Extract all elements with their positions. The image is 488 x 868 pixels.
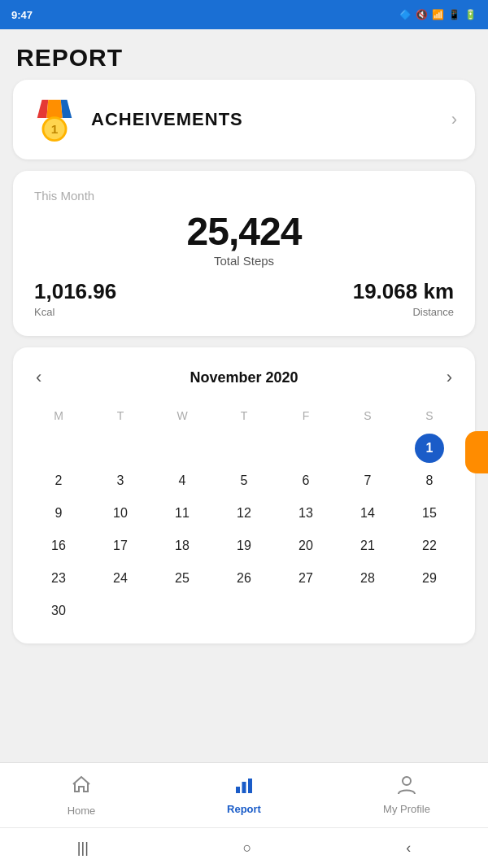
achievements-card[interactable]: 1 ACHEIVEMENTS › (13, 80, 475, 159)
svg-rect-6 (236, 787, 240, 793)
calendar-day[interactable]: 12 (229, 499, 259, 528)
medal-icon: 1 (31, 96, 78, 143)
calendar-day-header: M (28, 406, 89, 430)
signal-icon: 📱 (448, 9, 460, 20)
calendar-day[interactable]: 1 (415, 434, 444, 463)
total-steps-number: 25,424 (34, 209, 454, 254)
calendar-day[interactable]: 8 (415, 466, 444, 495)
calendar-day-header: T (89, 406, 151, 430)
calendar-day[interactable]: 11 (168, 499, 197, 528)
calendar-card: ‹ November 2020 › MTWTFSS123456789101112… (13, 347, 475, 643)
system-nav-home[interactable]: ○ (243, 840, 252, 857)
system-nav-menu[interactable]: ||| (77, 840, 89, 857)
achievements-chevron: › (451, 109, 457, 130)
kcal-item: 1,016.96 Kcal (34, 279, 116, 318)
distance-item: 19.068 km Distance (353, 279, 454, 318)
stats-period: This Month (34, 189, 454, 203)
calendar-grid: MTWTFSS123456789101112131415161718192021… (28, 406, 460, 626)
bottom-nav: Home Report My Profile (0, 762, 488, 827)
myprofile-icon (395, 774, 418, 800)
calendar-day[interactable]: 30 (44, 596, 73, 626)
achievements-label: ACHEIVEMENTS (91, 109, 438, 130)
calendar-day[interactable]: 3 (106, 466, 135, 495)
calendar-prev-button[interactable]: ‹ (28, 364, 50, 391)
report-icon (233, 774, 255, 800)
fab-button[interactable] (465, 431, 488, 473)
system-nav: ||| ○ ‹ (0, 827, 488, 868)
nav-home[interactable]: Home (0, 773, 163, 817)
nav-home-label: Home (68, 805, 96, 817)
system-nav-back[interactable]: ‹ (406, 840, 411, 857)
calendar-day[interactable]: 7 (353, 466, 382, 495)
stats-card: This Month 25,424 Total Steps 1,016.96 K… (13, 171, 475, 336)
wifi-icon: 📶 (432, 9, 444, 20)
svg-marker-1 (61, 100, 72, 118)
distance-value: 19.068 km (353, 279, 454, 304)
calendar-day[interactable]: 22 (415, 531, 444, 560)
stats-row: 1,016.96 Kcal 19.068 km Distance (34, 279, 454, 318)
calendar-day-header: W (151, 406, 213, 430)
distance-label: Distance (353, 306, 454, 318)
calendar-day[interactable]: 18 (168, 531, 197, 560)
status-time: 9:47 (11, 9, 33, 21)
calendar-day-header: T (213, 406, 275, 430)
calendar-day[interactable]: 2 (44, 466, 73, 495)
page-title: REPORT (16, 44, 472, 72)
calendar-day-header: F (275, 406, 337, 430)
page-header: REPORT (0, 29, 488, 80)
main-content: 1 ACHEIVEMENTS › This Month 25,424 Total… (0, 80, 488, 762)
calendar-day[interactable]: 9 (44, 499, 73, 528)
calendar-day[interactable]: 17 (106, 531, 135, 560)
calendar-day[interactable]: 26 (229, 564, 259, 593)
nav-report-label: Report (227, 803, 261, 815)
svg-rect-8 (248, 779, 252, 793)
calendar-header: ‹ November 2020 › (28, 364, 460, 391)
status-icons: 🔷 🔇 📶 📱 🔋 (399, 9, 477, 20)
svg-text:1: 1 (51, 122, 59, 136)
calendar-next-button[interactable]: › (438, 364, 460, 391)
calendar-day[interactable]: 5 (229, 466, 259, 495)
nav-myprofile[interactable]: My Profile (325, 774, 488, 815)
calendar-day[interactable]: 29 (415, 564, 444, 593)
total-steps-label: Total Steps (34, 254, 454, 268)
calendar-day-header: S (399, 406, 460, 430)
mute-icon: 🔇 (416, 9, 428, 20)
calendar-day[interactable]: 13 (291, 499, 320, 528)
calendar-day[interactable]: 24 (106, 564, 135, 593)
kcal-label: Kcal (34, 306, 116, 318)
calendar-day[interactable]: 15 (415, 499, 444, 528)
calendar-day[interactable]: 14 (353, 499, 382, 528)
calendar-day[interactable]: 20 (291, 531, 320, 560)
svg-rect-7 (242, 782, 246, 793)
status-bar: 9:47 🔷 🔇 📶 📱 🔋 (0, 0, 488, 29)
nav-myprofile-label: My Profile (383, 803, 430, 815)
calendar-day[interactable]: 10 (106, 499, 135, 528)
calendar-day[interactable]: 28 (353, 564, 382, 593)
svg-point-9 (403, 777, 411, 785)
battery-icon: 🔋 (464, 9, 477, 20)
calendar-month-year: November 2020 (190, 369, 298, 386)
stats-steps-container: 25,424 Total Steps (34, 209, 454, 268)
bluetooth-icon: 🔷 (399, 9, 412, 20)
calendar-day-header: S (337, 406, 399, 430)
svg-marker-2 (46, 100, 62, 118)
svg-marker-0 (37, 100, 49, 118)
calendar-day[interactable]: 6 (291, 466, 320, 495)
nav-report[interactable]: Report (163, 774, 325, 815)
calendar-day[interactable]: 4 (168, 466, 197, 495)
calendar-day[interactable]: 23 (44, 564, 73, 593)
calendar-day[interactable]: 16 (44, 531, 73, 560)
calendar-day[interactable]: 27 (291, 564, 320, 593)
kcal-value: 1,016.96 (34, 279, 116, 304)
calendar-day[interactable]: 19 (229, 531, 259, 560)
home-icon (70, 773, 93, 801)
calendar-day[interactable]: 21 (353, 531, 382, 560)
calendar-day[interactable]: 25 (168, 564, 197, 593)
